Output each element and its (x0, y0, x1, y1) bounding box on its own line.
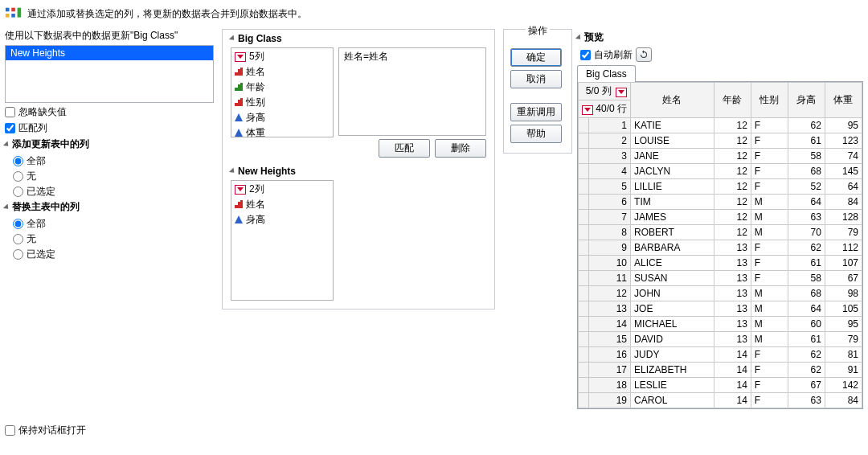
rows-menu-icon[interactable] (582, 105, 593, 115)
cols-menu-icon[interactable] (616, 88, 627, 97)
row-index[interactable]: 11 (588, 271, 630, 286)
row-selector[interactable] (579, 118, 589, 133)
cell[interactable]: CAROL (631, 393, 714, 408)
table-row[interactable]: 18LESLIE14F67142 (579, 378, 862, 393)
cell[interactable]: 12 (714, 195, 751, 210)
add-selected-radio[interactable] (13, 187, 23, 197)
row-selector[interactable] (579, 149, 589, 164)
cell[interactable]: 70 (788, 225, 825, 240)
replace-none-radio[interactable] (13, 234, 23, 244)
cell[interactable]: 13 (714, 317, 751, 332)
cell[interactable]: MICHAEL (631, 317, 714, 332)
table-row[interactable]: 7JAMES12M63128 (579, 210, 862, 225)
replace-selected-radio[interactable] (13, 249, 23, 260)
table-row[interactable]: 9BARBARA13F62112 (579, 240, 862, 256)
source-tables-list[interactable]: New Heights (5, 45, 214, 103)
cell[interactable]: 91 (825, 363, 862, 378)
row-selector[interactable] (579, 271, 589, 286)
source-columns-box[interactable]: 2列 姓名身高 (231, 180, 334, 301)
row-selector[interactable] (579, 347, 589, 363)
cell[interactable]: F (751, 179, 788, 195)
target-columns-box[interactable]: 5列 姓名年龄性别身高体重 (231, 47, 334, 137)
row-index[interactable]: 12 (588, 286, 630, 301)
column-item[interactable]: 体重 (235, 126, 330, 140)
cell[interactable]: 112 (825, 240, 862, 256)
row-selector[interactable] (579, 225, 589, 240)
table-row[interactable]: 8ROBERT12M7079 (579, 225, 862, 240)
cell[interactable]: LESLIE (631, 378, 714, 393)
column-item[interactable]: 姓名 (235, 198, 330, 211)
table-row[interactable]: 2LOUISE12F61123 (579, 133, 862, 149)
cell[interactable]: LOUISE (631, 133, 714, 149)
table-row[interactable]: 11SUSAN13F5867 (579, 271, 862, 286)
cell[interactable]: F (751, 256, 788, 271)
cell[interactable]: 13 (714, 301, 751, 317)
cell[interactable]: 79 (825, 225, 862, 240)
row-selector[interactable] (579, 317, 589, 332)
delete-button[interactable]: 删除 (435, 139, 486, 158)
cell[interactable]: 128 (825, 210, 862, 225)
cell[interactable]: 14 (714, 378, 751, 393)
column-item[interactable]: 性别 (235, 96, 330, 109)
cell[interactable]: 12 (714, 164, 751, 179)
table-row[interactable]: 5LILLIE12F5264 (579, 179, 862, 195)
cell[interactable]: 62 (788, 240, 825, 256)
cell[interactable]: 68 (788, 164, 825, 179)
match-pair[interactable]: 姓名=姓名 (344, 50, 481, 64)
recall-button[interactable]: 重新调用 (510, 103, 562, 121)
add-all-radio[interactable] (13, 156, 23, 166)
cell[interactable]: 64 (788, 195, 825, 210)
row-selector[interactable] (579, 286, 589, 301)
column-item[interactable]: 年龄 (235, 80, 330, 94)
cell[interactable]: BARBARA (631, 240, 714, 256)
row-index[interactable]: 7 (588, 210, 630, 225)
row-index[interactable]: 5 (588, 179, 630, 195)
cell[interactable]: 95 (825, 317, 862, 332)
cell[interactable]: 14 (714, 393, 751, 408)
preview-tab[interactable]: Big Class (577, 65, 636, 82)
cell[interactable]: 64 (825, 179, 862, 195)
cell[interactable]: JUDY (631, 347, 714, 363)
cell[interactable]: 13 (714, 240, 751, 256)
cell[interactable]: 95 (825, 118, 862, 133)
row-index[interactable]: 10 (588, 256, 630, 271)
cell[interactable]: JAMES (631, 210, 714, 225)
cell[interactable]: 12 (714, 133, 751, 149)
table-row[interactable]: 14MICHAEL13M6095 (579, 317, 862, 332)
refresh-button[interactable] (636, 47, 652, 62)
cell[interactable]: 79 (825, 332, 862, 347)
cell[interactable]: 12 (714, 225, 751, 240)
cell[interactable]: 142 (825, 378, 862, 393)
cell[interactable]: 84 (825, 393, 862, 408)
cell[interactable]: F (751, 164, 788, 179)
cell[interactable]: M (751, 195, 788, 210)
cell[interactable]: ELIZABETH (631, 363, 714, 378)
row-index[interactable]: 1 (588, 118, 630, 133)
table-row[interactable]: 3JANE12F5874 (579, 149, 862, 164)
cell[interactable]: M (751, 210, 788, 225)
cell[interactable]: 12 (714, 179, 751, 195)
cell[interactable]: 61 (788, 133, 825, 149)
table-row[interactable]: 15DAVID13M6179 (579, 332, 862, 347)
row-index[interactable]: 16 (588, 347, 630, 363)
cell[interactable]: F (751, 271, 788, 286)
cell[interactable]: 62 (788, 118, 825, 133)
cell[interactable]: JANE (631, 149, 714, 164)
cell[interactable]: F (751, 240, 788, 256)
cell[interactable]: 13 (714, 256, 751, 271)
row-selector[interactable] (579, 363, 589, 378)
row-index[interactable]: 15 (588, 332, 630, 347)
cell[interactable]: 63 (788, 393, 825, 408)
row-selector[interactable] (579, 332, 589, 347)
cell[interactable]: 81 (825, 347, 862, 363)
cell[interactable]: 107 (825, 256, 862, 271)
row-index[interactable]: 19 (588, 393, 630, 408)
cell[interactable]: F (751, 363, 788, 378)
cell[interactable]: ALICE (631, 256, 714, 271)
table-row[interactable]: 17ELIZABETH14F6291 (579, 363, 862, 378)
ok-button[interactable]: 确定 (510, 48, 562, 67)
row-selector[interactable] (579, 133, 589, 149)
cell[interactable]: JOE (631, 301, 714, 317)
col-header[interactable]: 年龄 (714, 83, 751, 118)
cell[interactable]: 61 (788, 256, 825, 271)
